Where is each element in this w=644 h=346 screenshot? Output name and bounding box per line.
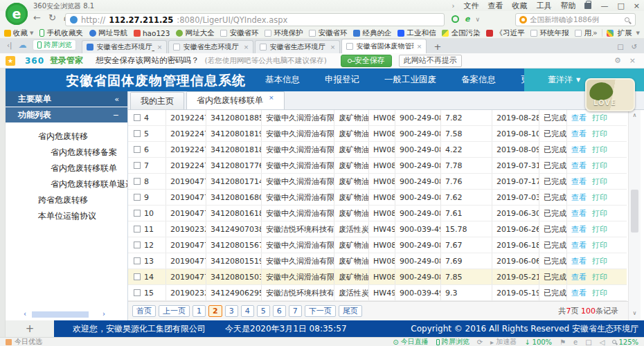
scroll-down-icon[interactable]: ∨ <box>629 310 641 316</box>
sidebar-item[interactable]: 省内危废转移联单退运 <box>6 176 127 192</box>
extensions-caret-icon[interactable]: ▼ <box>636 30 640 36</box>
tab-grid-icon[interactable]: □ <box>617 43 623 51</box>
ie-mode-icon[interactable]: e <box>573 338 578 346</box>
bookmark-item[interactable]: 用户登陆 <box>575 28 592 38</box>
bookmarks-overflow-icon[interactable]: » <box>593 28 598 37</box>
window-menu-item[interactable]: 查看 <box>488 1 503 11</box>
page-prev-button[interactable]: 上一页 <box>159 305 190 317</box>
view-link[interactable]: 查看 <box>571 129 587 139</box>
view-link[interactable]: 查看 <box>571 176 587 187</box>
sidebar-section-minus-icon[interactable]: − <box>113 111 119 120</box>
bookmark-item[interactable]: 安徽省环 <box>220 28 258 38</box>
cloud-sync-icon[interactable]: ☁ <box>18 41 26 49</box>
daily-picks[interactable]: 今日优选 <box>6 337 42 346</box>
sidebar-item[interactable]: 省内危废转移备案 <box>6 145 127 161</box>
print-link[interactable]: 打印 <box>592 272 607 282</box>
extensions-label[interactable]: 扩展 <box>618 28 632 38</box>
sidebar-item[interactable]: 跨省危废转移 <box>6 192 127 208</box>
scroll-up-icon[interactable]: ∧ <box>629 112 641 118</box>
print-link[interactable]: 打印 <box>592 224 607 235</box>
sidebar-collapse-icon[interactable]: « <box>114 95 119 104</box>
content-tab-close-icon[interactable]: × <box>269 94 274 101</box>
view-link[interactable]: 查看 <box>571 192 587 203</box>
address-bar[interactable]: http://112.27.211.25:8080/LigerUI/QYInde… <box>65 13 445 26</box>
flag-icon[interactable]: ⚑ <box>560 338 566 346</box>
window-menu-item[interactable]: 收藏 <box>512 1 527 11</box>
notification-settings-icon[interactable]: ⚙ <box>614 56 621 65</box>
notification-close-icon[interactable]: × <box>629 56 636 65</box>
bookmark-item[interactable]: 网址大全 <box>176 28 214 38</box>
row-checkbox[interactable] <box>134 162 141 169</box>
window-menu-item[interactable]: 文件 <box>463 1 478 11</box>
sidebar-item[interactable]: 省内危废转移联单 <box>6 161 127 176</box>
view-link[interactable]: 查看 <box>571 272 587 282</box>
browser-tab[interactable]: 安徽省生态环境厅× <box>168 40 253 53</box>
hscroll-thumb[interactable] <box>32 311 89 318</box>
browser-tab[interactable]: 安徽省固体废物管理信息系统× <box>341 39 427 53</box>
page-number-button[interactable]: 5 <box>257 305 270 317</box>
page-number-button[interactable]: 2 <box>208 305 222 317</box>
dismiss-site-button[interactable]: 此网站不再提示 <box>399 55 462 67</box>
user-caret-icon[interactable]: ▼ <box>576 77 580 83</box>
row-checkbox[interactable] <box>134 114 141 121</box>
extension-e-icon[interactable]: e <box>465 15 469 24</box>
row-checkbox[interactable] <box>134 242 141 248</box>
username[interactable]: 董洋洋 <box>548 74 573 86</box>
nav-item[interactable]: 备案信息 <box>461 74 496 86</box>
browser-tab[interactable]: 安徽省生态环境厅_百度搜索× <box>82 40 167 53</box>
safety-check-icon[interactable] <box>451 15 459 23</box>
scroll-right-icon[interactable]: › <box>102 310 105 318</box>
vscroll-thumb[interactable] <box>631 190 638 233</box>
row-checkbox[interactable] <box>134 273 141 280</box>
zoom-control[interactable]: 125% <box>612 338 638 346</box>
print-link[interactable]: 打印 <box>592 113 607 123</box>
bookmark-item[interactable]: 环统年报 <box>530 28 569 38</box>
network-speed[interactable]: ↓100% <box>524 338 552 346</box>
new-tab-button[interactable]: + <box>433 42 441 52</box>
briefcase-icon[interactable] <box>584 3 591 9</box>
page-next-button[interactable]: 下一页 <box>305 305 336 317</box>
menu-expand-icon[interactable]: › <box>451 2 454 10</box>
view-link[interactable]: 查看 <box>571 224 587 235</box>
print-link[interactable]: 打印 <box>592 145 607 155</box>
print-link[interactable]: 打印 <box>592 129 607 139</box>
reopen-closed-tab-icon[interactable]: ↺ <box>632 43 637 51</box>
window-menu-item[interactable]: 工具 <box>536 1 551 11</box>
cross-screen-status[interactable]: 跨屏浏览 <box>436 337 469 346</box>
nav-item[interactable]: 申报登记 <box>325 74 359 86</box>
bookmark-item[interactable]: 收藏▼ <box>4 28 33 38</box>
tab-my-home[interactable]: 我的主页 <box>130 92 184 109</box>
tab-close-icon[interactable]: × <box>157 44 163 51</box>
bookmark-item[interactable]: 手机收藏夹 <box>39 28 83 38</box>
bookmark-item[interactable]: 全国污染 <box>442 28 480 38</box>
nav-item[interactable]: 基本信息 <box>265 74 300 86</box>
tab-close-icon[interactable]: × <box>244 44 249 51</box>
minimize-button[interactable]: — <box>600 1 608 10</box>
chevron-down-icon[interactable]: ∨ <box>475 16 480 23</box>
view-link[interactable]: 查看 <box>571 240 587 251</box>
search-icon[interactable] <box>625 17 629 22</box>
tab-close-icon[interactable]: × <box>417 43 422 50</box>
table-vscrollbar[interactable]: ∧ ∨ <box>628 110 641 320</box>
browser-tab[interactable]: 安徽省生态环境厅× <box>255 40 340 53</box>
maximize-button[interactable]: □ <box>617 1 624 10</box>
view-link[interactable]: 查看 <box>571 161 587 171</box>
row-checkbox[interactable] <box>134 210 141 217</box>
nav-item[interactable]: 一般工业固废 <box>384 74 436 86</box>
sidebar-item[interactable]: 本单位运输协议 <box>6 208 127 224</box>
print-link[interactable]: 打印 <box>592 240 607 251</box>
print-link[interactable]: 打印 <box>592 256 607 266</box>
bookmark-item[interactable]: 安徽省环 <box>309 28 347 38</box>
print-link[interactable]: 打印 <box>592 288 607 298</box>
window-menu-item[interactable]: 帮助 <box>560 1 575 11</box>
live-today[interactable]: ⊙今日直播 <box>393 337 428 346</box>
sidebar-item[interactable]: 省内危废转移 <box>6 129 127 145</box>
refresh-icon[interactable]: ↻ <box>48 12 56 23</box>
print-link[interactable]: 打印 <box>592 161 607 171</box>
page-number-button[interactable]: 4 <box>241 305 254 317</box>
sidebar-header[interactable]: 主要菜单 « <box>6 91 127 107</box>
bookmark-item[interactable]: 环境保护 <box>265 28 303 38</box>
page-number-button[interactable]: 1 <box>193 305 206 317</box>
tab-close-icon[interactable]: × <box>330 44 336 51</box>
extensions-icon[interactable] <box>607 30 614 37</box>
